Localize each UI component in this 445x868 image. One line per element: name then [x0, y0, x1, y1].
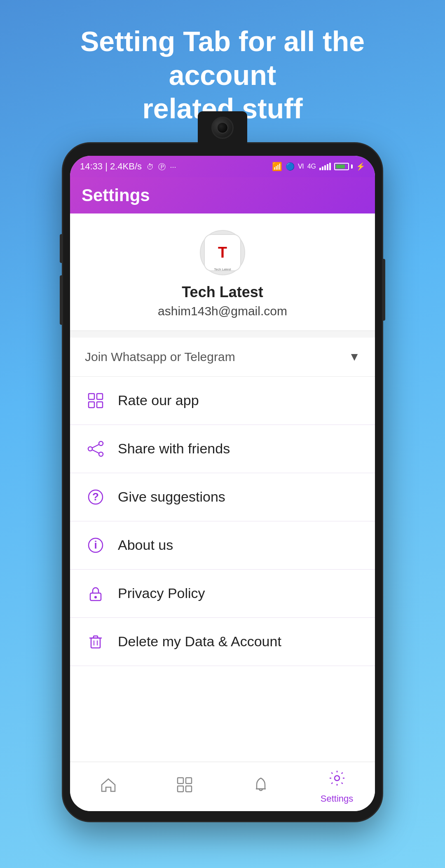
profile-email: ashim143h@gmail.com [158, 304, 287, 318]
battery-indicator [334, 163, 353, 170]
bluetooth-icon: 🔵 [286, 162, 295, 171]
svg-point-24 [335, 776, 340, 781]
menu-label-about: About us [118, 537, 173, 553]
rate-icon [85, 390, 106, 411]
status-icons: 📶 🔵 Ⅵ 4G ⚡ [272, 162, 365, 171]
side-button-right [382, 259, 385, 321]
menu-label-delete: Delete my Data & Account [118, 633, 281, 650]
nav-item-home[interactable] [70, 776, 146, 798]
whatsapp-telegram-dropdown[interactable]: Join Whatsapp or Telegram ▼ [70, 338, 375, 377]
status-time-speed: 14:33 | 2.4KB/s ⏱ Ⓟ ··· [80, 161, 176, 172]
svg-text:i: i [94, 539, 97, 551]
dots-icon: ··· [170, 163, 176, 171]
svg-line-8 [92, 450, 99, 453]
privacy-icon [85, 583, 106, 604]
signal-bars [319, 163, 331, 170]
camera-lens [211, 117, 234, 139]
svg-rect-0 [89, 394, 94, 399]
4g-icon: 4G [307, 163, 316, 170]
screen: 14:33 | 2.4KB/s ⏱ Ⓟ ··· 📶 🔵 Ⅵ 4G [70, 156, 375, 811]
svg-rect-2 [89, 402, 94, 408]
suggest-icon: ? [85, 486, 106, 508]
settings-icon [328, 769, 346, 791]
svg-rect-15 [91, 638, 100, 648]
profile-name: Tech Latest [182, 284, 263, 301]
menu-label-share: Share with friends [118, 441, 230, 457]
menu-item-privacy[interactable]: Privacy Policy [70, 570, 375, 618]
side-button-left-top [60, 234, 63, 263]
sim-icon: Ⅵ [298, 162, 304, 170]
menu-item-suggest[interactable]: ? Give suggestions [70, 473, 375, 521]
bell-icon [252, 776, 270, 798]
svg-line-7 [92, 444, 99, 448]
grid-icon [176, 776, 194, 798]
nav-item-bell[interactable] [222, 776, 299, 798]
nav-item-settings[interactable]: Settings [299, 769, 375, 804]
app-bar-title: Settings [82, 185, 150, 205]
svg-rect-20 [186, 778, 192, 784]
svg-point-14 [94, 596, 97, 598]
home-icon [99, 776, 117, 798]
svg-rect-3 [97, 402, 103, 408]
share-icon [85, 438, 106, 460]
menu-item-share[interactable]: Share with friends [70, 425, 375, 473]
battery-tip [351, 164, 353, 169]
camera-inner [217, 122, 228, 134]
menu-label-privacy: Privacy Policy [118, 585, 205, 601]
battery-box [334, 163, 349, 170]
p-icon: Ⓟ [158, 163, 166, 171]
profile-section: T Tech Latest ashim143h@gmail.com [70, 213, 375, 331]
svg-rect-22 [186, 786, 192, 792]
dropdown-label: Join Whatsapp or Telegram [85, 350, 235, 364]
about-icon: i [85, 535, 106, 556]
status-bar: 14:33 | 2.4KB/s ⏱ Ⓟ ··· 📶 🔵 Ⅵ 4G [70, 156, 375, 177]
svg-rect-19 [178, 778, 183, 784]
svg-rect-21 [178, 786, 183, 792]
svg-point-5 [88, 447, 92, 451]
menu-section: Join Whatsapp or Telegram ▼ R [70, 338, 375, 762]
app-bar: Settings [70, 177, 375, 213]
nav-label-settings: Settings [321, 793, 354, 804]
wifi-icon: 📶 [272, 162, 282, 171]
menu-item-delete[interactable]: Delete my Data & Account [70, 618, 375, 666]
menu-item-about[interactable]: i About us [70, 521, 375, 570]
battery-fill [336, 164, 345, 169]
avatar: T [200, 230, 245, 275]
charging-icon: ⚡ [356, 162, 365, 171]
chevron-down-icon: ▼ [349, 350, 360, 364]
svg-point-6 [99, 452, 103, 456]
camera-bump [198, 111, 247, 144]
menu-label-suggest: Give suggestions [118, 489, 225, 505]
phone-shell: 14:33 | 2.4KB/s ⏱ Ⓟ ··· 📶 🔵 Ⅵ 4G [62, 142, 383, 822]
menu-label-rate: Rate our app [118, 392, 199, 408]
side-button-left-bottom [60, 275, 63, 325]
avatar-inner: T [204, 234, 241, 271]
bottom-nav: Settings [70, 762, 375, 811]
svg-rect-1 [97, 394, 103, 399]
nav-item-grid[interactable] [146, 776, 222, 798]
delete-icon [85, 631, 106, 652]
clock-icon: ⏱ [147, 163, 154, 171]
menu-item-rate[interactable]: Rate our app [70, 377, 375, 425]
svg-text:?: ? [92, 490, 99, 503]
svg-point-4 [99, 441, 103, 446]
content: T Tech Latest ashim143h@gmail.com Join W… [70, 213, 375, 762]
